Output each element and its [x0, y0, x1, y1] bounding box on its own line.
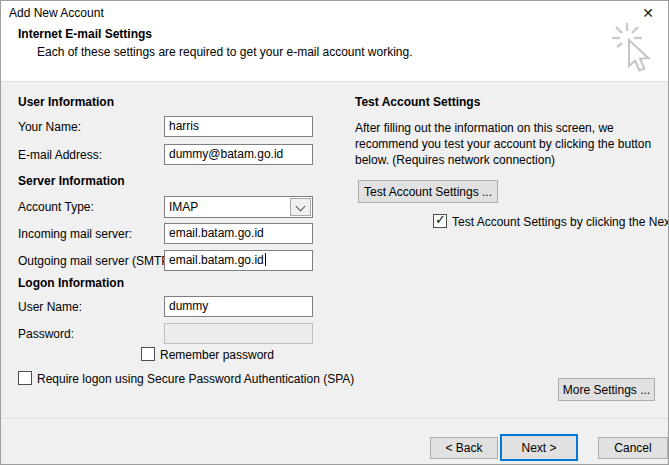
dropdown-button[interactable]: [290, 198, 311, 216]
logon-information-heading: Logon Information: [18, 276, 124, 290]
checkbox-check-icon: ✓: [435, 212, 446, 227]
incoming-server-field[interactable]: email.batam.go.id: [164, 223, 313, 244]
more-settings-button[interactable]: More Settings ...: [558, 378, 655, 401]
outgoing-server-field[interactable]: email.batam.go.id: [164, 250, 313, 271]
account-type-dropdown[interactable]: IMAP: [164, 196, 313, 218]
page-subtitle: Each of these settings are required to g…: [37, 45, 413, 59]
email-address-field[interactable]: dummy@batam.go.id: [164, 144, 313, 165]
wizard-header: Add New Account ✕ Internet E-mail Settin…: [0, 0, 669, 82]
footer-divider: [0, 418, 669, 419]
server-information-heading: Server Information: [18, 174, 125, 188]
back-button[interactable]: < Back: [430, 437, 498, 459]
account-type-value: IMAP: [169, 200, 198, 214]
email-address-label: E-mail Address:: [18, 148, 102, 162]
cursor-click-icon: [596, 22, 660, 82]
outgoing-server-label: Outgoing mail server (SMTP):: [18, 254, 177, 268]
remember-password-label: Remember password: [160, 348, 274, 362]
test-on-next-label: Test Account Settings by clicking the Ne…: [452, 215, 669, 229]
outgoing-server-value: email.batam.go.id: [169, 253, 264, 267]
test-account-settings-description: After filling out the information on thi…: [355, 120, 669, 168]
password-label: Password:: [18, 327, 74, 341]
page-title: Internet E-mail Settings: [18, 27, 152, 41]
incoming-server-label: Incoming mail server:: [18, 227, 132, 241]
account-type-label: Account Type:: [18, 200, 94, 214]
your-name-label: Your Name:: [18, 120, 81, 134]
next-button[interactable]: Next >: [500, 434, 578, 461]
test-on-next-checkbox[interactable]: ✓: [433, 214, 447, 228]
test-account-settings-button[interactable]: Test Account Settings ...: [358, 180, 498, 203]
your-name-field[interactable]: harris: [164, 116, 313, 137]
spa-label: Require logon using Secure Password Auth…: [37, 372, 354, 386]
user-name-field[interactable]: dummy: [164, 296, 313, 317]
chevron-down-icon: [296, 202, 306, 212]
cancel-button[interactable]: Cancel: [598, 437, 668, 459]
test-account-settings-heading: Test Account Settings: [355, 95, 480, 109]
window-title: Add New Account: [9, 6, 104, 20]
spa-checkbox[interactable]: [18, 371, 32, 385]
close-icon[interactable]: ✕: [634, 2, 662, 24]
text-caret: [265, 253, 266, 266]
add-new-account-dialog: { "window": { "title": "Add New Account"…: [0, 0, 669, 465]
user-name-label: User Name:: [18, 300, 82, 314]
user-information-heading: User Information: [18, 95, 114, 109]
remember-password-checkbox[interactable]: [141, 347, 155, 361]
password-field[interactable]: [164, 323, 313, 344]
